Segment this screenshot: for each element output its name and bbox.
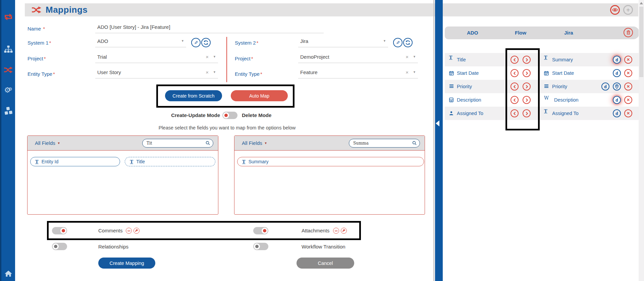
calendar-icon — [544, 71, 549, 75]
entity-type1-select[interactable]: User Story×▼ — [95, 69, 218, 78]
remove-mapping-button[interactable]: ✕ — [624, 109, 632, 117]
target-fields-header: All Fields▼ — [234, 136, 425, 151]
chevron-down-icon[interactable]: ▼ — [213, 55, 216, 58]
chevron-down-icon[interactable]: ▼ — [413, 55, 416, 58]
page-title: Mappings — [46, 5, 88, 15]
name-field[interactable]: ADO [User Story] - Jira [Feature] — [95, 24, 324, 33]
create-from-scratch-button[interactable]: Create from Scratch — [165, 90, 222, 101]
comments-code-icon[interactable]: </> — [126, 228, 132, 234]
flow-right-arrow-button[interactable] — [523, 109, 531, 117]
target-fields-panel: All Fields▼ TSummary — [234, 135, 425, 215]
mode-toggle[interactable] — [222, 112, 237, 119]
flow-right-arrow-button[interactable] — [523, 69, 531, 77]
target-fields-body: TSummary — [234, 151, 425, 166]
home-icon[interactable] — [4, 270, 12, 277]
mapping-row-description: Description W Description d ✕ — [445, 93, 639, 107]
jira-field-label: Priority — [552, 84, 567, 89]
attachments-code-icon[interactable]: </> — [333, 228, 339, 234]
instruction-text: Please select the fields you want to map… — [100, 125, 355, 130]
eye-preview-button[interactable] — [610, 5, 620, 15]
entity-type2-select[interactable]: Feature×▼ — [298, 69, 418, 78]
default-value-button[interactable]: d — [613, 96, 621, 104]
target-search-input[interactable] — [353, 141, 412, 146]
flow-left-arrow-button[interactable] — [511, 82, 519, 91]
text-icon: T — [35, 160, 39, 164]
project1-select[interactable]: Trial×▼ — [95, 54, 218, 63]
system2-select[interactable]: Jira▼ — [298, 38, 388, 47]
delete-mode-label: Delete Mode — [242, 112, 271, 118]
all-fields-dropdown[interactable]: All Fields▼ — [35, 140, 60, 146]
attachments-wrench-icon[interactable] — [341, 228, 347, 234]
comments-label: Comments — [98, 228, 123, 233]
gears-settings-icon[interactable]: ⚙⚙ — [4, 87, 12, 94]
relationships-toggle[interactable] — [52, 243, 67, 250]
field-chip-summary[interactable]: TSummary — [237, 157, 424, 166]
flow-left-arrow-button[interactable] — [511, 109, 519, 117]
cancel-button[interactable]: Cancel — [297, 258, 354, 269]
refresh-system2-button[interactable] — [403, 38, 413, 47]
mapping-rows: T Title T Summary d ✕ Start Date Start D… — [445, 53, 639, 120]
mapping-row-title: T Title T Summary d ✕ — [445, 53, 639, 66]
source-fields-header: All Fields▼ — [28, 136, 218, 151]
flow-left-arrow-button[interactable] — [511, 56, 519, 64]
mapping-row-assigned-to: Assigned To T Assigned To d ✕ — [445, 107, 639, 120]
chevron-down-icon[interactable]: ▼ — [383, 39, 386, 43]
auto-map-button[interactable]: Auto Map — [231, 90, 288, 101]
project2-select[interactable]: DemoProject×▼ — [298, 54, 418, 63]
system1-select[interactable]: ADO▼ — [95, 38, 186, 47]
remove-mapping-button[interactable]: ✕ — [624, 96, 632, 104]
remove-mapping-button[interactable]: ✕ — [624, 82, 632, 91]
clear-icon[interactable]: × — [406, 69, 409, 75]
edit-system2-button[interactable]: ✎ — [393, 38, 402, 47]
default-value-button[interactable]: d — [613, 109, 621, 117]
flow-left-arrow-button[interactable] — [511, 96, 519, 104]
comments-wrench-icon[interactable] — [133, 228, 140, 234]
remove-mapping-button[interactable]: ✕ — [624, 69, 632, 77]
delete-all-mappings-button[interactable] — [624, 28, 633, 37]
mappings-page: ⚙⚙ Mappings — [0, 0, 644, 281]
ado-column-header: ADO — [467, 30, 478, 36]
create-mapping-button[interactable]: Create Mapping — [98, 258, 155, 269]
value-mapping-pin-button[interactable] — [613, 82, 621, 91]
source-search-box[interactable] — [142, 139, 213, 148]
source-search-input[interactable] — [147, 141, 206, 146]
add-button[interactable]: + — [623, 5, 633, 15]
edit-system1-button[interactable]: ✎ — [191, 38, 201, 47]
chevron-down-icon[interactable]: ▼ — [181, 39, 184, 43]
clear-icon[interactable]: × — [206, 54, 209, 60]
comments-toggle[interactable] — [52, 227, 67, 234]
user-icon — [449, 111, 453, 115]
attachments-toggle[interactable] — [253, 227, 268, 234]
chevron-down-icon[interactable]: ▼ — [413, 70, 416, 74]
all-fields-dropdown[interactable]: All Fields▼ — [242, 140, 267, 146]
vertical-scrollbar[interactable] — [639, 0, 644, 281]
search-icon — [412, 141, 417, 145]
flow-right-arrow-button[interactable] — [523, 56, 531, 64]
flow-right-arrow-button[interactable] — [523, 82, 531, 91]
sitemap-icon[interactable] — [4, 45, 13, 53]
default-value-button[interactable]: d — [613, 69, 621, 77]
collapse-left-arrow-icon[interactable] — [436, 120, 439, 126]
shuffle-mappings-icon[interactable] — [4, 66, 13, 73]
clear-icon[interactable]: × — [406, 54, 409, 60]
collapse-bar[interactable] — [435, 0, 443, 281]
field-chip-entity-id[interactable]: TEntity Id — [30, 157, 120, 166]
modules-cubes-icon[interactable] — [3, 107, 13, 116]
flow-left-arrow-button[interactable] — [511, 69, 519, 77]
default-value-button[interactable]: d — [613, 56, 621, 64]
sync-repeat-icon[interactable] — [4, 13, 13, 21]
workflow-transition-toggle[interactable] — [253, 243, 268, 250]
system1-label: System 1* — [28, 40, 51, 46]
target-search-box[interactable] — [349, 139, 420, 148]
workflow-transition-label: Workflow Transition — [302, 244, 345, 249]
refresh-system1-button[interactable] — [201, 38, 211, 47]
chevron-down-icon[interactable]: ▼ — [213, 70, 216, 74]
scroll-up-arrow[interactable] — [640, 2, 643, 4]
text-icon: T — [130, 160, 133, 164]
default-value-button[interactable]: d — [601, 82, 609, 91]
remove-mapping-button[interactable]: ✕ — [624, 56, 632, 64]
scrollbar-thumb[interactable] — [639, 7, 643, 77]
clear-icon[interactable]: × — [206, 69, 209, 75]
flow-right-arrow-button[interactable] — [523, 96, 531, 104]
field-chip-title[interactable]: TTitle — [125, 157, 215, 166]
